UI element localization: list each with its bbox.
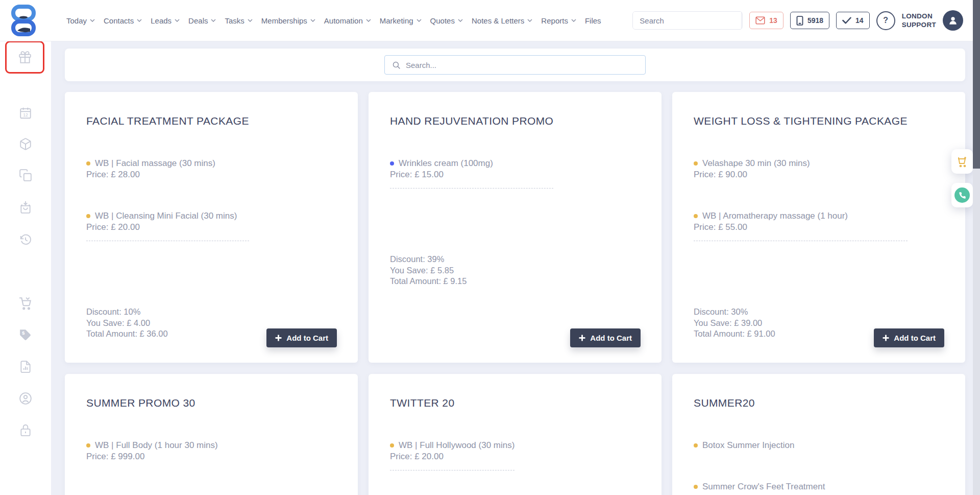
package-title: SUMMER PROMO 30 [86, 396, 218, 410]
item-price: Price: £ 20.00 [86, 222, 249, 233]
top-navigation-bar: Today Contacts Leads [0, 0, 980, 41]
sidebar-item-duplicate[interactable] [0, 169, 51, 182]
add-to-cart-button[interactable]: Add to Cart [266, 328, 337, 347]
item-name: Velashape 30 min (30 mins) [702, 158, 810, 168]
floating-call-button[interactable] [951, 183, 973, 207]
shopping-bag-icon [19, 201, 32, 214]
package-title: WEIGHT LOSS & TIGHTENING PACKAGE [694, 114, 908, 128]
menu-item[interactable]: Marketing [380, 16, 422, 25]
package-card: HAND REJUVENATION PROMO Wrinkles cream (… [369, 92, 662, 363]
help-button[interactable]: ? [876, 11, 895, 30]
add-to-cart-label: Add to Cart [894, 334, 936, 342]
search-icon [742, 15, 743, 26]
item-bullet [86, 161, 90, 166]
sidebar-item-reports[interactable] [0, 360, 51, 373]
menu-item[interactable]: Automation [324, 16, 371, 25]
gift-icon [18, 51, 32, 64]
item-bullet [390, 443, 394, 447]
sidebar-item-cart[interactable] [0, 297, 51, 310]
item-name: Botox Summer Injection [702, 440, 794, 450]
add-to-cart-button[interactable]: Add to Cart [570, 328, 641, 347]
account-name-line2: SUPPORT [902, 20, 936, 29]
menu-item[interactable]: Memberships [261, 16, 315, 25]
user-circle-icon [19, 392, 32, 405]
package-item: Summer Crow's Feet Treatment [694, 481, 825, 492]
item-name: WB | Full Hollywood (30 mins) [399, 440, 514, 450]
floating-cart-button[interactable] [951, 149, 973, 174]
package-item: WB | Full Hollywood (30 mins) Price: £ 2… [390, 440, 514, 462]
chevron-down-icon [527, 19, 532, 22]
global-search [632, 11, 743, 30]
menu-item[interactable]: Tasks [225, 16, 252, 25]
price-tag-icon: $ [19, 328, 32, 342]
sidebar-item-price-tag[interactable]: $ [0, 328, 51, 342]
divider [390, 188, 553, 188]
sms-count: 5918 [807, 16, 823, 25]
sidebar-item-packages[interactable] [0, 137, 51, 151]
package-card: SUMMER PROMO 30 WB | Full Body (1 hour 3… [65, 374, 358, 495]
sms-badge[interactable]: 5918 [790, 12, 829, 29]
sidebar-item-calendar[interactable]: 12 [0, 106, 51, 120]
phone-circle [954, 187, 970, 203]
sidebar-item-account[interactable] [0, 392, 51, 405]
history-icon [19, 233, 32, 246]
menu-item[interactable]: Quotes [430, 16, 463, 25]
package-item: WB | Facial massage (30 mins) Price: £ 2… [86, 158, 249, 180]
mail-badge[interactable]: 13 [749, 12, 783, 29]
avatar[interactable] [943, 10, 963, 31]
tasks-badge[interactable]: 14 [836, 12, 870, 29]
divider [694, 241, 908, 241]
menu-item-label: Deals [188, 16, 208, 25]
svg-text:12: 12 [23, 112, 28, 117]
discount-line: Discount: 30% [694, 307, 908, 318]
lock-icon [19, 423, 32, 437]
item-bullet [390, 161, 394, 166]
sidebar-item-history[interactable] [0, 233, 51, 246]
sidebar-item-gift[interactable] [5, 41, 44, 74]
page-scrollbar-thumb[interactable] [973, 0, 980, 169]
package-item: WB | Cleansing Mini Facial (30 mins) Pri… [86, 210, 249, 233]
item-price: Price: £ 28.00 [86, 169, 249, 180]
global-search-input[interactable] [633, 12, 741, 29]
menu-item-label: Leads [151, 16, 172, 25]
smartphone-icon [796, 16, 803, 26]
you-save-line: You Save: £ 5.85 [390, 265, 553, 276]
menu-item[interactable]: Reports [541, 16, 576, 25]
item-price: Price: £ 20.00 [390, 451, 514, 462]
package-search-input[interactable] [406, 61, 638, 69]
menu-item[interactable]: Today [66, 16, 95, 25]
calendar-icon: 12 [19, 106, 32, 120]
package-item: WB | Aromatherapy massage (1 hour) Price… [694, 210, 908, 233]
menu-item-label: Marketing [380, 16, 413, 25]
sidebar-item-shopping-bag[interactable] [0, 201, 51, 214]
menu-item[interactable]: Contacts [104, 16, 142, 25]
discount-summary: Discount: 39% You Save: £ 5.85 Total Amo… [390, 254, 553, 287]
package-item: Velashape 30 min (30 mins) Price: £ 90.0… [694, 158, 908, 180]
package-items: WB | Full Hollywood (30 mins) Price: £ 2… [390, 440, 514, 462]
menu-item[interactable]: Notes & Letters [472, 16, 532, 25]
package-title: SUMMER20 [694, 396, 825, 410]
package-title: TWITTER 20 [390, 396, 514, 410]
global-search-button[interactable] [741, 12, 743, 29]
menu-item[interactable]: Leads [151, 16, 180, 25]
page-scrollbar-track[interactable] [973, 0, 980, 495]
chevron-down-icon [458, 19, 463, 22]
total-amount-line: Total Amount: £ 36.00 [86, 328, 249, 340]
chevron-down-icon [366, 19, 371, 22]
menu-item[interactable]: Files [585, 16, 601, 25]
item-name: WB | Aromatherapy massage (1 hour) [702, 211, 848, 221]
item-price: Price: £ 55.00 [694, 222, 908, 233]
person-icon [947, 15, 959, 26]
package-card: SUMMER20 Botox Summer Injection [672, 374, 965, 495]
menu-item[interactable]: Deals [188, 16, 216, 25]
app-window: Today Contacts Leads [0, 0, 980, 495]
question-mark-icon: ? [883, 16, 888, 25]
divider [86, 241, 249, 241]
item-name: WB | Facial massage (30 mins) [95, 158, 215, 168]
app-logo[interactable] [8, 4, 39, 37]
phone-icon [959, 192, 966, 199]
add-to-cart-button[interactable]: Add to Cart [874, 328, 944, 347]
mail-count: 13 [769, 16, 777, 25]
sidebar-item-lock[interactable] [0, 423, 51, 437]
item-name: Wrinkles cream (100mg) [399, 158, 493, 168]
